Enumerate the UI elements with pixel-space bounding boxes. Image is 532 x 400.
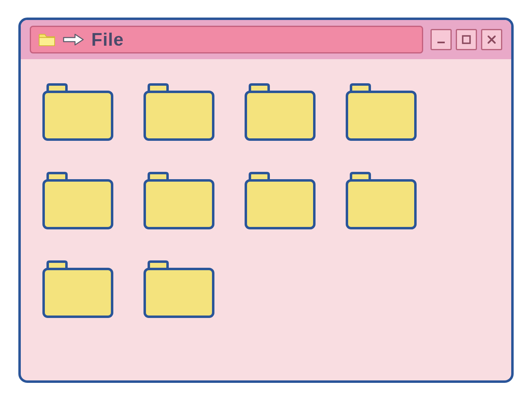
folder-icon (44, 262, 112, 317)
content-area (21, 59, 511, 331)
folder-icon (44, 173, 112, 228)
folder-item[interactable] (41, 171, 115, 231)
folder-item[interactable] (41, 83, 115, 142)
title-pill: File (30, 26, 423, 53)
folder-icon (347, 84, 415, 140)
svg-rect-4 (246, 92, 314, 140)
svg-rect-8 (246, 180, 314, 228)
svg-rect-9 (347, 180, 415, 228)
folder-icon (145, 84, 213, 140)
minimize-button[interactable] (430, 29, 452, 50)
maximize-icon (461, 34, 472, 45)
svg-rect-0 (437, 42, 445, 43)
folder-item[interactable] (142, 83, 216, 142)
svg-rect-7 (145, 180, 213, 228)
svg-rect-6 (44, 180, 112, 228)
svg-rect-3 (145, 92, 213, 140)
folder-icon (145, 173, 213, 228)
svg-rect-1 (463, 36, 470, 43)
close-button[interactable] (481, 29, 502, 50)
folder-item[interactable] (344, 83, 418, 142)
folder-icon (246, 84, 314, 140)
folder-icon (145, 262, 213, 317)
folder-item[interactable] (142, 171, 216, 231)
maximize-button[interactable] (456, 29, 477, 50)
folder-item[interactable] (142, 260, 216, 319)
close-icon (486, 34, 497, 45)
window-title: File (91, 29, 124, 50)
window-controls (430, 29, 502, 50)
file-window: File (18, 18, 514, 383)
folder-icon (347, 173, 415, 228)
folder-grid (41, 83, 491, 319)
svg-rect-10 (44, 269, 112, 317)
arrow-right-icon (63, 33, 84, 46)
folder-item[interactable] (344, 171, 418, 231)
minimize-icon (435, 34, 447, 45)
folder-icon (44, 84, 112, 140)
titlebar: File (21, 20, 511, 59)
folder-item[interactable] (41, 260, 115, 319)
folder-item[interactable] (243, 83, 317, 142)
folder-icon (38, 33, 55, 47)
folder-item[interactable] (243, 171, 317, 231)
svg-rect-2 (44, 92, 112, 140)
folder-icon (246, 173, 314, 228)
svg-rect-5 (347, 92, 415, 140)
svg-rect-11 (145, 269, 213, 317)
